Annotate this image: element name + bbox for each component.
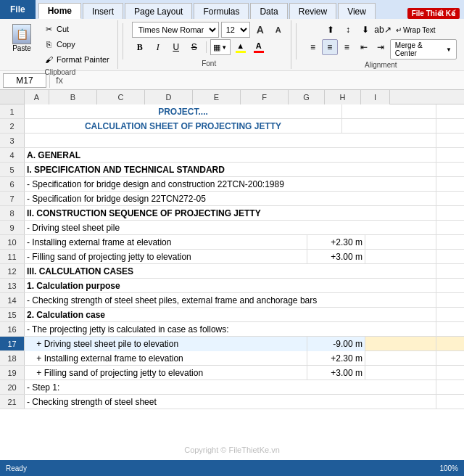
format-painter-button[interactable]: 🖌 Format Painter [39,52,113,67]
row-5-content[interactable]: I. SPECIFICATION AND TECHNICAL STANDARD [25,163,436,177]
border-dropdown[interactable]: ▼ [221,44,227,51]
tab-insert[interactable]: Insert [83,3,123,19]
tab-formulas[interactable]: Formulas [194,3,249,19]
fill-color-button[interactable]: ▲ [233,39,249,55]
align-center-btn[interactable]: ≡ [322,39,337,55]
col-header-a[interactable]: A [25,90,49,104]
row-number[interactable]: 15 [0,308,25,321]
row-19-empty[interactable] [365,366,436,380]
row-18-empty[interactable] [365,351,436,366]
font-size-select[interactable]: 12 [221,22,250,38]
row-number[interactable]: 19 [0,366,25,379]
col-header-b[interactable]: B [49,90,97,104]
row-18-value[interactable]: +2.30 m [307,351,365,366]
row-number[interactable]: 21 [0,395,25,409]
row-number[interactable]: 16 [0,322,25,336]
row-17-empty[interactable] [365,337,436,351]
row-10-content[interactable]: - Installing external frame at elevation [25,235,307,250]
row-number[interactable]: 6 [0,177,25,191]
row-number[interactable]: 7 [0,192,25,205]
row-number[interactable]: 2 [0,119,25,133]
row-number[interactable]: 13 [0,279,25,292]
row-4-content[interactable]: A. GENERAL [25,148,436,163]
row-number[interactable]: 20 [0,380,25,394]
row-20-content[interactable]: - Step 1: [25,380,436,395]
cell-reference-input[interactable] [3,73,46,88]
tab-file[interactable]: File [0,0,36,19]
row-19-value[interactable]: +3.00 m [307,366,365,380]
indent-decrease-btn[interactable]: ⇤ [356,39,371,55]
row-17-content[interactable]: + Driving steel sheet pile to elevation [25,337,307,351]
paste-button[interactable]: 📋 Paste [7,22,36,67]
row-11-value[interactable]: +3.00 m [307,250,365,264]
row-15-content[interactable]: 2. Calculation case [25,308,436,322]
indent-increase-btn[interactable]: ⇥ [373,39,388,55]
underline-button[interactable]: U [168,39,184,55]
font-color-button[interactable]: A [251,39,267,55]
tab-view[interactable]: View [338,3,376,19]
copy-button[interactable]: ⎘ Copy [39,37,113,52]
border-button[interactable]: ▦ ▼ [210,39,231,55]
cut-button[interactable]: ✂ Cut [39,22,113,36]
col-header-f[interactable]: F [241,90,289,104]
align-right-btn[interactable]: ≡ [339,39,355,55]
decrease-font-btn[interactable]: A [270,22,286,38]
align-top-btn[interactable]: ⬆ [323,22,339,38]
angle-text-btn[interactable]: ab↗ [375,22,391,38]
col-header-c[interactable]: C [97,90,145,104]
row-17-value[interactable]: -9.00 m [307,337,365,351]
tab-data[interactable]: Data [250,3,287,19]
align-middle-btn[interactable]: ↕ [340,22,356,38]
row-14-content[interactable]: - Checking strength of steel sheet piles… [25,293,436,308]
wrap-text-button[interactable]: ↵ Wrap Text [392,22,439,38]
row-2-empty[interactable] [342,119,436,134]
align-left-btn[interactable]: ≡ [305,39,320,55]
row-2-content[interactable]: CALCULATION SHEET OF PROJECTING JETTY [25,119,342,134]
row-number[interactable]: 9 [0,221,25,234]
row-18-content[interactable]: + Installing external frame to elevation [25,351,307,366]
bold-button[interactable]: B [132,39,148,55]
tab-review[interactable]: Review [289,3,336,19]
row-number[interactable]: 14 [0,293,25,307]
row-8-content[interactable]: II. CONSTRUCTION SEQUENCE OF PROJECTING … [25,206,436,221]
row-3-empty[interactable] [25,134,436,148]
font-name-select[interactable]: Times New Roman [132,22,219,38]
row-10-value[interactable]: +2.30 m [307,235,365,250]
row-12-content[interactable]: III. CALCULATION CASES [25,264,436,279]
row-number[interactable]: 4 [0,148,25,162]
row-1-empty[interactable] [342,104,436,119]
col-header-i[interactable]: I [361,90,390,104]
row-6-content[interactable]: - Specification for bridge design and co… [25,177,436,192]
row-number[interactable]: 11 [0,250,25,263]
row-21-content[interactable]: - Checking strength of steel sheet [25,395,436,409]
row-number[interactable]: 1 [0,104,25,118]
increase-font-btn[interactable]: A [252,22,268,38]
row-number[interactable]: 3 [0,134,25,147]
row-16-content[interactable]: - The projecting jetty is calculated in … [25,322,436,337]
row-11-content[interactable]: - Filling sand of projecting jetty to el… [25,250,307,264]
row-10-empty[interactable] [365,235,436,250]
row-11-empty[interactable] [365,250,436,264]
row-7-content[interactable]: - Specification for bridge design 22TCN2… [25,192,436,206]
row-19-content[interactable]: + Filling sand of projecting jetty to el… [25,366,307,380]
merge-center-dropdown[interactable]: ▼ [446,46,452,53]
row-number[interactable]: 10 [0,235,25,249]
col-header-h[interactable]: H [325,90,361,104]
strikethrough-button[interactable]: S [186,39,202,55]
row-number[interactable]: 8 [0,206,25,220]
tab-home[interactable]: Home [38,3,81,19]
row-1-content[interactable]: PROJECT.... [25,104,342,119]
formula-input[interactable] [69,73,461,88]
merge-center-button[interactable]: Merge & Center ▼ [390,39,457,60]
row-13-content[interactable]: 1. Calculation purpose [25,279,436,293]
col-header-e[interactable]: E [193,90,241,104]
row-number[interactable]: 17 [0,337,25,350]
align-bottom-btn[interactable]: ⬇ [357,22,373,38]
row-number[interactable]: 12 [0,264,25,278]
row-number[interactable]: 18 [0,351,25,365]
col-header-d[interactable]: D [145,90,193,104]
italic-button[interactable]: I [150,39,166,55]
row-9-content[interactable]: - Driving steel sheet pile [25,221,436,235]
row-number[interactable]: 5 [0,163,25,176]
tab-page-layout[interactable]: Page Layout [125,3,192,19]
